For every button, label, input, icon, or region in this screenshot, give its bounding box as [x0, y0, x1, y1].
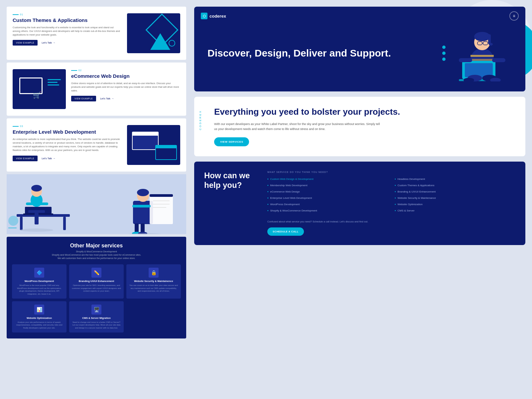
optimization-icon: 📊 [34, 305, 44, 315]
service-icon-branding: ✏️ Branding UX/UI Enhancement Optimize y… [69, 264, 124, 299]
help-footer-text: Confused about what service you need? Sc… [267, 220, 515, 223]
circle-shape [169, 40, 175, 47]
logo-text: coderex [209, 14, 226, 19]
logo: ⬡ coderex [201, 13, 226, 19]
card-text-2: 02 eCommerce Web Design Online stores re… [71, 69, 180, 101]
svg-rect-29 [8, 227, 17, 228]
monitor-shape: 🛒 [19, 77, 43, 94]
svg-rect-45 [492, 58, 505, 62]
help-right: WHAT SERVICE DO YOU THINK YOU NEED? Cust… [267, 171, 515, 236]
svg-rect-11 [28, 210, 45, 213]
service-link-ecommerce[interactable]: eCommerce Web Design [267, 190, 388, 194]
svg-rect-31 [470, 55, 494, 57]
major-services-subtitle: Shopify & WooCommerce DevelopmentShopify… [12, 250, 181, 260]
svg-rect-36 [488, 34, 491, 44]
service-link-branding[interactable]: Branding & UX/UI Enhancement [395, 190, 515, 194]
view-services-button[interactable]: VIEW SERVICES [214, 137, 249, 146]
major-services-section: Other Major services Shopify & WooCommer… [7, 237, 186, 338]
svg-rect-17 [150, 194, 173, 224]
card-text-1: 01 Custom Themes & Applications Customiz… [13, 13, 122, 46]
logo-icon: ⬡ [201, 13, 207, 19]
view-example-btn-3[interactable]: VIEW EXAMPLE [13, 156, 38, 161]
help-section: How can we help you? WHAT SERVICE DO YOU… [194, 162, 525, 245]
left-panel: 01 Custom Themes & Applications Customiz… [7, 7, 186, 392]
service-link-wordpress[interactable]: WordPress Development [267, 202, 388, 206]
lets-talk-btn-1[interactable]: Let's Talk [42, 41, 55, 44]
card-illustration-2: 🛒 [13, 69, 66, 109]
card-actions-2: VIEW EXAMPLE Let's Talk [71, 96, 180, 101]
svg-rect-2 [20, 217, 23, 230]
middle-content: Everything you yeed to bolster your proj… [214, 107, 512, 146]
person-desk-svg [7, 174, 186, 234]
svg-point-28 [8, 216, 18, 226]
service-link-membership[interactable]: Membership Web Development [267, 184, 388, 187]
middle-label: Coderex [199, 110, 202, 130]
optimization-desc: Analyze your site performance in terms o… [15, 321, 64, 329]
lets-talk-btn-2[interactable]: Let's Talk [100, 97, 114, 100]
view-example-btn-2[interactable]: VIEW EXAMPLE [71, 96, 96, 101]
triangle-shape [150, 33, 170, 50]
hero-character-svg [452, 25, 512, 81]
help-heading: How can we help you? [204, 171, 257, 190]
services-columns: Custom Web Design & Development Membersh… [267, 177, 515, 215]
cart-icon: 🛒 [33, 91, 41, 99]
hero-heading: Discover, Design, Deliver and Support. [207, 47, 429, 59]
branding-desc: Optimize your site for SEO, branding awa… [72, 284, 121, 292]
card-desc-3: An enterprise website is more sophistica… [13, 137, 122, 152]
wordpress-icon: 🔷 [34, 268, 44, 278]
service-link-cms[interactable]: CMS & Server [395, 209, 515, 212]
service-link-shopify[interactable]: Shopify & WooCommerce Development [267, 209, 388, 212]
service-link-custom-web[interactable]: Custom Web Design & Development [267, 177, 388, 181]
service-link-headless[interactable]: Headless Development [395, 177, 515, 181]
menu-button[interactable]: ≡ [509, 11, 519, 21]
svg-point-13 [20, 228, 53, 232]
service-icon-security: 🔒 Website Security & Maintainence You ca… [126, 264, 181, 299]
view-example-btn-1[interactable]: VIEW EXAMPLE [13, 40, 38, 46]
lets-talk-btn-3[interactable]: Let's Talk [42, 157, 55, 160]
middle-section: Coderex Everything you yeed to bolster y… [194, 97, 525, 156]
right-panel: ⬡ coderex ≡ Discover, Design, Deliver an… [194, 7, 525, 392]
card-text-3: 03 Enterprise Level Web Development An e… [13, 125, 122, 161]
service-link-enterprise[interactable]: Enterprise Level Web Development [267, 196, 388, 200]
svg-rect-9 [26, 202, 36, 205]
hero-text: Discover, Design, Deliver and Support. [207, 47, 429, 59]
svg-point-8 [31, 185, 42, 192]
service-card-2: 🛒 02 eCommerce Web Design Online stores … [7, 63, 186, 116]
service-card-1: 01 Custom Themes & Applications Customiz… [7, 7, 186, 60]
card-title-1: Custom Themes & Applications [13, 17, 122, 24]
schedule-call-button[interactable]: SCHEDULE A CALL [267, 227, 304, 236]
svg-rect-32 [470, 59, 494, 61]
svg-point-37 [489, 43, 493, 46]
card-desc-1: Customizing the look and functionality o… [13, 26, 122, 37]
help-question-label: WHAT SERVICE DO YOU THINK YOU NEED? [267, 171, 515, 173]
service-link-optimization[interactable]: Website Optimization [395, 202, 515, 206]
card-title-3: Enterprise Level Web Development [13, 129, 122, 135]
security-desc: You can count on us to look after your s… [129, 284, 178, 292]
hero-illustration [452, 25, 512, 81]
browser-1-shape [132, 132, 159, 150]
lines-shape [48, 79, 61, 87]
service-icon-cms: 🖥️ CMS & Server Migration Need to change… [69, 301, 124, 332]
service-link-security[interactable]: Website Security & Maintenance [395, 196, 515, 200]
social-dot-3[interactable] [442, 58, 446, 61]
card-illustration-1 [127, 13, 180, 53]
service-card-3: 03 Enterprise Level Web Development An e… [7, 118, 186, 172]
cms-title: CMS & Server Migration [72, 317, 121, 320]
security-icon: 🔒 [149, 268, 159, 278]
browser-2-shape [155, 145, 177, 160]
major-services-title: Other Major services [12, 243, 181, 249]
middle-heading: Everything you yeed to bolster your proj… [214, 107, 512, 117]
service-link-custom-themes[interactable]: Custom Themes & Applications [395, 184, 515, 187]
social-dot-1[interactable] [442, 46, 446, 49]
service-icons-grid: 🔷 WordPress Development WordPress is the… [12, 264, 181, 332]
card-actions-3: VIEW EXAMPLE Let's Talk [13, 156, 122, 161]
social-dot-2[interactable] [442, 52, 446, 55]
help-left: How can we help you? [204, 171, 257, 236]
svg-rect-44 [459, 58, 472, 62]
svg-rect-3 [63, 217, 66, 230]
middle-description: With our expert developers as your White… [214, 122, 380, 132]
service-icon-wordpress: 🔷 WordPress Development WordPress is the… [12, 264, 66, 299]
branding-icon: ✏️ [91, 268, 101, 278]
services-col-1: Custom Web Design & Development Membersh… [267, 177, 388, 215]
hero-nav: ⬡ coderex ≡ [194, 7, 525, 25]
